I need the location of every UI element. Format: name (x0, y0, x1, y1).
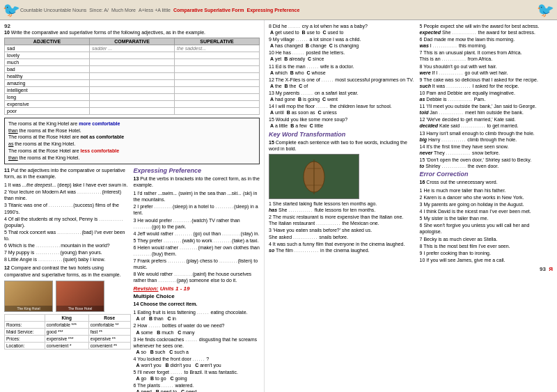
main-content: 92 10 Write the comparative and superlat… (0, 20, 557, 392)
table-row: much (5, 58, 260, 65)
list-item: 10 If you will see James, give me a call… (420, 257, 553, 263)
error-correction-title: Error Correction (420, 171, 553, 178)
adj-sad: sad (5, 45, 90, 52)
comp-poor (90, 107, 175, 114)
mc-title: Multiple Choice (134, 293, 260, 299)
list-item: 13 Harry isn't small enough to climb thr… (420, 130, 553, 143)
ex10-text: Write the comparative and superlative fo… (11, 30, 205, 35)
adj-amazing: amazing (5, 79, 90, 86)
sup-sad: the saddest... (175, 45, 260, 52)
table-row: sad sadder ... the saddest... (5, 45, 260, 52)
list-item: 7 Becky is as much clever as Stella. (420, 236, 553, 242)
left-mascot: 🐦 (3, 1, 20, 18)
table-row: long (5, 93, 260, 100)
adj-healthy: healthy (5, 72, 90, 79)
header-tab-5[interactable]: Comparative Superlative Form (173, 8, 244, 13)
list-item: 3 He would prefer .........(watch) TV ra… (134, 217, 260, 230)
list-item: 6 She won't forgive you unless you will … (420, 222, 553, 235)
list-item: 14 It's the first time they have seen sn… (420, 143, 553, 156)
violin-svg (272, 156, 356, 198)
list-item: 1 He is much more taller than his father… (420, 187, 553, 194)
list-item: 11 Ed is the man ...... wife is a doctor… (269, 63, 416, 76)
header-tab-4[interactable]: A+less +A little (139, 8, 171, 13)
king-hotel-image: The King Hotel (4, 281, 53, 312)
rose-hotel-col: The Rose Hotel (56, 281, 104, 312)
list-item: 10 Pam and Debbie are equally imaginativ… (420, 90, 553, 102)
list-item: 8 Did he ...... cry a lot when he was a … (269, 23, 416, 36)
rose-hotel-image: The Rose Hotel (56, 281, 104, 312)
list-item: 7 My puppy is ............(young) than y… (4, 249, 131, 256)
table-row: intelligent (5, 86, 260, 93)
col-comparative: COMPARATIVE (90, 38, 175, 45)
exercise-12: 12 Compare and contrast the two hotels u… (4, 265, 131, 350)
list-item: 6 Dad made me mow the lawn this morning.… (420, 36, 553, 49)
list-item: 8 Little Angie is ............(quiet) ba… (4, 256, 131, 262)
col-superlative: SUPERLATIVE (175, 38, 260, 45)
textbox-line6: than the rooms at the King Hotel. (8, 155, 79, 160)
table-row: amazing (5, 79, 260, 86)
hotels-container: The King Hotel The Rose Hotel (4, 281, 131, 312)
right-sub-col: Expressing Preference 13 Put the verbs i… (134, 167, 260, 392)
comp-much (90, 58, 175, 65)
kw-title: Key Word Transformation (269, 131, 416, 138)
list-item: 4 You locked the front door ...... ? A w… (134, 356, 260, 368)
sup-intelligent (175, 86, 260, 93)
list-item: 13 My parents ...... on a safari last ye… (269, 90, 416, 102)
page-icon: Я (549, 266, 553, 272)
table-row: Maid Service: good *** fast ** (5, 328, 131, 335)
list-item: 1 Eating fruit is less fattening ...... … (134, 309, 260, 322)
right-page: 8 Did he ...... cry a lot when he was a … (265, 20, 557, 392)
list-item: 9 My village ...... a lot since I was a … (269, 36, 416, 49)
comp-lovely (90, 52, 175, 58)
header-tab-3[interactable]: Much More (111, 8, 136, 13)
header: 🐦 Countable Uncountable Nouns Since: A/ … (0, 0, 557, 20)
table-row: poor (5, 107, 260, 114)
textbox-line2: than the rooms at the Rose Hotel. (8, 128, 81, 133)
left-two-cols: 11 Put the adjectives into the comparati… (4, 167, 260, 392)
adj-intelligent: intelligent (5, 86, 90, 93)
list-item: 12 The X-Files is one of ...... most suc… (269, 77, 416, 89)
list-item: 9 I prefer cooking than to ironing. (420, 250, 553, 256)
list-item: 3 Titanic was one of ............(succes… (4, 202, 131, 214)
left-header-tabs: Countable Uncountable Nouns Since: A/ Mu… (20, 8, 537, 13)
adj-long: long (5, 93, 90, 100)
header-tab-1[interactable]: Countable Uncountable Nouns (20, 8, 86, 13)
ex11-instruction: 11 Put the adjectives into the comparati… (4, 167, 131, 181)
list-item: 1 I'd rather ...swim... (swim) in the se… (134, 190, 260, 203)
example-textbox: The rooms at the King Hotel are more com… (4, 118, 260, 164)
header-tab-6[interactable]: Expressing Preference (246, 8, 299, 13)
list-item: 9 The cake was so delicious that I asked… (420, 77, 553, 89)
header-tab-2[interactable]: Since: A/ (89, 8, 109, 13)
adj-bad: bad (5, 65, 90, 72)
list-item: 10 He has ...... posted the letters. A y… (269, 49, 416, 62)
col-adjective: ADJECTIVE (5, 38, 90, 45)
table-row: expensive (5, 100, 260, 107)
list-item: 6 Helen would rather .........(make) her… (134, 244, 260, 257)
list-item: 1 She started taking flute lessons ten m… (269, 201, 416, 213)
list-item: 5 I'll never forget ...... to Brazil. It… (134, 369, 260, 382)
list-item: 5 My sister is the taller than me. (420, 215, 553, 221)
comp-healthy (90, 72, 175, 79)
violin-image (269, 154, 359, 199)
list-item: 6 The plants ...... watered. A need B ne… (134, 382, 260, 392)
sup-much (175, 58, 260, 65)
textbox-line5: The rooms at the Rose Hotel are less com… (8, 148, 119, 153)
left-page: 92 10 Write the comparative and superlat… (0, 20, 265, 392)
table-row: lovely (5, 52, 260, 58)
list-item: 15 Would you like some more soup? A a li… (269, 116, 416, 129)
right-page-cols: 8 Did he ...... cry a lot when he was a … (269, 23, 553, 272)
list-item: 15 'Don't open the oven door,' Shirley s… (420, 157, 553, 169)
table-row: King Rose (5, 314, 131, 321)
list-item: 2 Your lecture on Modern Art was .......… (4, 189, 131, 201)
comp-long (90, 93, 175, 100)
sup-poor (175, 107, 260, 114)
list-item: 5 They prefer .........(walk) to work ..… (134, 237, 260, 244)
table-row: Rooms: comfortable *** comfortable ** (5, 321, 131, 328)
list-item: 3 My parents are going on holiday in the… (420, 201, 553, 207)
ex12-instruction: 12 Compare and contrast the two hotels u… (4, 265, 131, 279)
hotel-comparison-table: King Rose Rooms: comfortable *** comfort… (4, 314, 131, 350)
comp-expensive (90, 100, 175, 107)
adj-much: much (5, 58, 90, 65)
exercise-11: 11 Put the adjectives into the comparati… (4, 167, 131, 263)
ex13-instruction: 13 Put the verbs in brackets into the co… (134, 175, 260, 189)
